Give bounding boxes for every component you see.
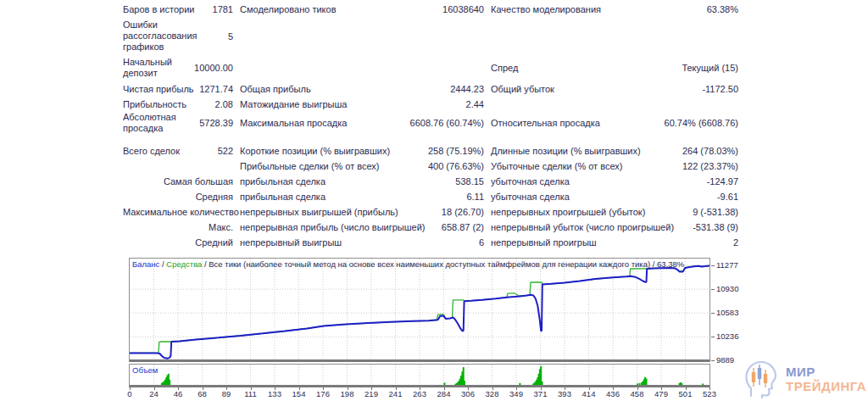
stat-value: 258 (75.19%): [390, 146, 484, 156]
stat-value: -531.38 (9): [674, 222, 738, 232]
x-axis-label: 349: [504, 389, 529, 398]
tester-report-table: Баров в истории1781Смоделировано тиков16…: [123, 2, 739, 250]
stat-value: 60.74% (6608.76): [600, 118, 738, 128]
stat-label: Смоделировано тиков: [240, 4, 337, 14]
report-row: Самая большаяприбыльная сделка538.15убыт…: [123, 174, 739, 189]
report-row: Прибыльность2.08Матожидание выигрыша2.44: [123, 97, 739, 112]
volume-axis-label: Объем: [132, 365, 158, 375]
stat-label: Относительная просадка: [491, 118, 600, 128]
stat-label: Чистая прибыль: [123, 84, 199, 95]
volume-bar: [542, 382, 543, 385]
x-axis-label: 479: [648, 389, 674, 398]
x-axis-label: 458: [625, 389, 650, 398]
stat-value: 16038640: [337, 4, 484, 14]
report-row: Чистая прибыль1271.74Общая прибыль2444.2…: [123, 81, 739, 97]
legend-mode-text: Все тики (наиболее точный метод на основ…: [209, 259, 684, 269]
stat-label: Длинные позиции (% выигравших): [491, 146, 641, 156]
stat-value: 6608.76 (60.74%): [347, 118, 484, 128]
y-axis-tick: [711, 265, 715, 266]
stat-value: -1172.50: [554, 84, 738, 94]
equity-line: [130, 265, 709, 353]
stat-label: Спред: [491, 63, 518, 73]
stat-value: 6: [342, 237, 484, 248]
stat-label: непрерывный проигрыш: [491, 237, 597, 248]
y-axis-tick: [711, 313, 715, 314]
stat-label: Баров в истории: [123, 4, 204, 15]
stat-value: 400 (76.63%): [380, 161, 484, 171]
x-axis-label: 154: [287, 389, 312, 398]
x-axis-label: 24: [142, 389, 167, 398]
volume-bar: [637, 384, 638, 386]
stat-label: Убыточные сделки (% от всех): [491, 161, 622, 171]
x-axis-label: 523: [697, 389, 722, 398]
x-axis-label: 436: [600, 389, 626, 398]
x-axis-label: 284: [431, 389, 457, 398]
stat-value: -9.61: [570, 192, 738, 202]
stat-label: непрерывная прибыль (число выигрышей): [240, 222, 426, 232]
volume-bar: [169, 380, 170, 385]
watermark-line1: МИР: [786, 365, 866, 379]
x-axis-label: 133: [262, 389, 287, 398]
stat-label: убыточная сделка: [491, 192, 570, 202]
volume-bar: [639, 383, 641, 385]
stat-value: 2.44: [347, 99, 484, 109]
y-axis-tick: [711, 360, 715, 361]
y-axis-tick: [711, 289, 715, 290]
stat-label: Всего сделок: [123, 146, 204, 157]
legend-balance-label: Баланс: [132, 259, 159, 269]
stat-label: непрерывных проигрышей (убыток): [491, 207, 645, 217]
watermark-line2: ТРЕЙДИНГА: [786, 379, 866, 393]
stat-value: 5: [204, 31, 233, 42]
legend-equity-label: Средства: [166, 259, 202, 269]
balance-chart-pane[interactable]: Баланс / Средства / Все тики (наиболее т…: [129, 258, 710, 362]
volume-bar: [443, 382, 445, 385]
report-row: Средняяприбыльная сделка6.11убыточная сд…: [123, 189, 739, 204]
stat-label: Прибыльные сделки (% от всех): [240, 161, 380, 171]
stat-value: 9 (-531.38): [645, 207, 738, 217]
stat-label: Ошибки рассогласования графиков: [123, 19, 204, 53]
stat-value: 1781: [204, 4, 233, 14]
volume-bar: [646, 379, 648, 386]
watermark: МИР ТРЕЙДИНГА: [743, 359, 866, 398]
x-axis-label: 414: [576, 389, 602, 398]
stat-label: Максимальная просадка: [240, 118, 347, 128]
stat-label: Средний: [123, 237, 233, 248]
y-axis-label: 10583: [716, 308, 750, 317]
x-axis-label: 263: [407, 389, 432, 398]
y-axis-label: 10930: [716, 284, 750, 293]
stat-value: 6.11: [326, 192, 484, 202]
x-axis-label: 328: [480, 389, 505, 398]
x-axis-label: 219: [359, 389, 384, 398]
x-axis-label: 46: [165, 389, 191, 398]
stat-value: 5728.39: [199, 118, 233, 128]
stat-label: непрерывный выигрыш: [240, 237, 342, 248]
stat-value: 2.08: [204, 99, 233, 109]
stat-label: Общий убыток: [491, 84, 554, 94]
y-axis-label: 11277: [716, 260, 750, 270]
stat-label: прибыльная сделка: [240, 176, 326, 187]
stat-label: Средняя: [123, 192, 233, 202]
stat-label: Начальный депозит: [123, 57, 194, 79]
stat-value: 1271.74: [199, 84, 233, 94]
report-row: Абсолютная просадка5728.39Максимальная п…: [123, 112, 739, 134]
volume-pane: Объем: [129, 364, 710, 387]
report-row: Максимальное количествонепрерывных выигр…: [123, 204, 739, 220]
report-row: Ошибки рассогласования графиков5: [123, 19, 739, 53]
stat-value: 264 (78.03%): [641, 146, 738, 156]
chart-legend: Баланс / Средства / Все тики (наиболее т…: [132, 259, 684, 269]
stat-label: Самая большая: [123, 176, 233, 187]
x-axis-label: 198: [335, 389, 360, 398]
stat-label: Абсолютная просадка: [123, 112, 199, 134]
x-axis-label: 0: [117, 389, 142, 398]
stat-value: 538.15: [326, 176, 484, 187]
stat-value: 658.87 (2): [426, 222, 484, 232]
x-axis-label: 89: [214, 389, 239, 398]
report-row: Начальный депозит10000.00СпредТекущий (1…: [123, 57, 739, 79]
stat-value: 18 (26.70): [398, 207, 484, 217]
volume-chart: [130, 365, 709, 385]
report-row: Прибыльные сделки (% от всех)400 (76.63%…: [123, 159, 739, 174]
stat-label: непрерывный убыток (число проигрышей): [491, 222, 674, 232]
x-axis-label: 501: [673, 389, 698, 398]
volume-bar: [702, 384, 704, 386]
x-axis-label: 306: [455, 389, 481, 398]
